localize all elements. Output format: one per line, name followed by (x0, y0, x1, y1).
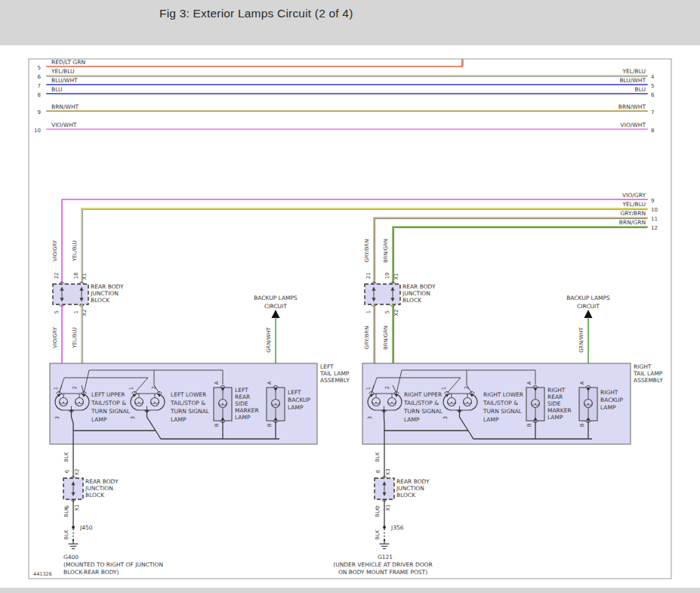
connector-label: X1 (393, 273, 399, 280)
wire-label-vertical: BLK (375, 530, 381, 539)
wire-label: GRY/BRN (620, 210, 646, 217)
pin-number: 22 (54, 273, 60, 280)
lamp-name: TURN SIGNAL (170, 408, 210, 415)
pin-number: 3 (130, 416, 136, 419)
lamp-name: MARKER (547, 407, 572, 414)
wire-label-vertical: VIO/GRY (52, 326, 58, 348)
junction-block-box (53, 284, 88, 304)
assembly-name: TAIL LAMP (319, 370, 350, 377)
wire-label: VIO/GRY (622, 192, 646, 199)
wire-yel-blu-top (47, 76, 647, 77)
wire-label-vertical: BLK (63, 530, 69, 539)
pin-letter: A (526, 381, 532, 385)
lamp-name: TAIL/STOP & (483, 400, 518, 406)
left-backup-lamp (267, 385, 285, 422)
lamp-name: LAMP (235, 414, 251, 421)
wire-label-vertical: BLK (375, 507, 381, 517)
block-name: BLOCK (402, 297, 422, 304)
block-name: REAR BODY (402, 283, 436, 290)
lamp-name: BACKUP (600, 397, 624, 403)
wire-label-vertical: BLK (63, 507, 69, 517)
lamp-name: LEFT UPPER (91, 391, 125, 398)
off-page-label: BACKUP LAMPS (254, 295, 298, 301)
pin-number: 5 (38, 65, 41, 71)
right-backup-lamp (579, 385, 597, 422)
assembly-name: ASSEMBLY (634, 377, 663, 384)
pin-number: 8 (38, 92, 41, 98)
wire-label-vertical: GRY/BRN (364, 326, 370, 349)
wire-label: BRN/GRN (619, 219, 646, 226)
block-name: REAR BODY (396, 478, 430, 485)
pin-number: 3 (367, 416, 373, 419)
pin-number: 1 (365, 310, 372, 313)
pin-number: 1 (73, 310, 79, 313)
pin-number: 1 (441, 387, 447, 390)
wire-label: RED/LT GRN (51, 59, 85, 66)
lamp-name: TAIL/STOP & (403, 400, 439, 406)
lamp-name: BACKUP (288, 397, 311, 403)
pin-number: 12 (651, 225, 658, 231)
wire-label-vertical: YEL/BLU (72, 327, 78, 349)
connector-label: X1 (385, 505, 391, 511)
lamp-name: TAIL/STOP & (91, 400, 126, 406)
pin-letter: A (267, 381, 273, 385)
lamp-name: LAMP (288, 404, 304, 411)
lamp-name: REAR (547, 394, 563, 400)
lamp-name: LAMP (483, 416, 499, 423)
wire-label-vertical: BRN/GRN (383, 239, 389, 263)
pin-number: 3 (443, 416, 449, 419)
pin-number: 1 (365, 387, 372, 390)
pin-letter: B (579, 423, 585, 427)
pin-number: 7 (651, 110, 654, 116)
block-name: JUNCTION (402, 290, 430, 297)
lamp-name: TURN SIGNAL (483, 408, 523, 415)
lamp-name: TAIL/STOP & (170, 400, 205, 406)
connector-label: X2 (74, 469, 80, 476)
wire-label-vertical: BLK (63, 452, 69, 462)
wire-label: BRN/WHT (618, 103, 646, 110)
wire-label-vertical: GRN/WHT (578, 326, 584, 352)
assembly-name: LEFT (320, 363, 334, 370)
pin-number: 2 (384, 386, 390, 389)
off-page-label: CIRCUIT (577, 303, 600, 310)
off-page-label: CIRCUIT (264, 303, 287, 310)
block-name: REAR BODY (85, 478, 119, 485)
connector-label: X3 (385, 469, 391, 476)
block-name: BLOCK (396, 492, 416, 499)
lamp-name: LEFT (288, 389, 301, 396)
splice-dot (383, 526, 386, 529)
lamp-name: SIDE (235, 400, 248, 407)
wire-label: BLU/WHT (619, 77, 646, 84)
pin-number: 19 (384, 273, 390, 280)
splice-label: J450 (79, 524, 93, 531)
wire-label: BRN/WHT (51, 103, 79, 110)
ground-caption: (UNDER VEHICLE AT DRIVER DOOR (333, 561, 432, 568)
lamp-name: LEFT (235, 387, 248, 394)
off-page-label: BACKUP LAMPS (566, 295, 610, 301)
pin-letter: A (214, 381, 220, 385)
lamp-name: MARKER (235, 407, 259, 414)
wire-label: BLU/WHT (51, 77, 78, 84)
splice-dot (72, 526, 75, 529)
junction-block-box (365, 284, 400, 304)
wire-label-vertical: VIO/GRY (52, 239, 58, 261)
pin-number: 21 (365, 273, 372, 280)
pin-number: 6 (38, 74, 42, 80)
wire-label-vertical: BRN/GRN (383, 326, 389, 350)
drawing-number: 441326 (33, 571, 52, 577)
pin-number: 2 (72, 386, 78, 389)
pin-letter: B (267, 423, 273, 427)
connector-label: X2 (393, 310, 399, 317)
lamp-name: TURN SIGNAL (91, 408, 131, 415)
wire-label: YEL/BLU (51, 68, 74, 75)
diagram-canvas (0, 45, 700, 588)
ground-caption: ON BODY MOUNT FRAME POST) (338, 569, 427, 576)
wire-label-vertical: GRY/BRN (364, 239, 370, 262)
block-name: JUNCTION (85, 485, 113, 492)
wire-label-vertical: GRN/WHT (266, 326, 272, 352)
wire-end-dot (72, 539, 74, 541)
wire-label: VIO/WHT (51, 122, 77, 128)
lamp-name: LAMP (600, 404, 616, 411)
block-name: JUNCTION (396, 485, 424, 492)
pin-number: 7 (38, 83, 41, 89)
